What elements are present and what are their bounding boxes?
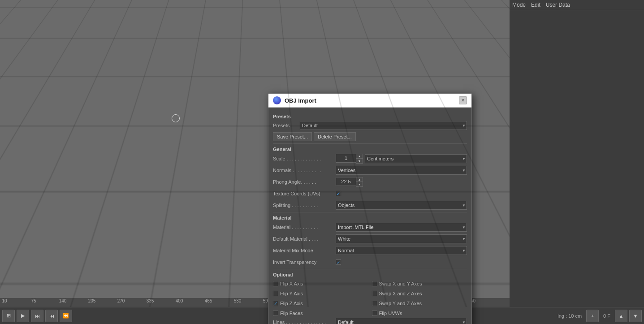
ruler-label-6: 400 <box>176 298 183 303</box>
toolbar-btn-7[interactable]: ▲ <box>615 310 627 322</box>
toolbar-btn-4[interactable]: ⏮ <box>45 310 58 322</box>
scale-control: ▲ ▼ Centimeters ▼ <box>336 154 467 164</box>
ruler-label-1: 75 <box>31 298 36 303</box>
flip-x-label: Flip X Axis <box>280 281 303 286</box>
right-panel-menu: Mode Edit User Data <box>510 0 644 10</box>
phong-spin-up[interactable]: ▲ <box>356 177 363 182</box>
swap-yz-label: Swap Y and Z Axes <box>379 301 422 306</box>
swap-xy-label: Swap X and Y Axes <box>379 281 422 286</box>
flip-faces-row: Flip Faces <box>273 309 368 318</box>
toolbar-btn-2[interactable]: ▶ <box>17 310 29 322</box>
viewport-circle <box>172 114 180 122</box>
invert-transparency-label: Invert Transparency <box>273 259 336 265</box>
dialog-title-icon <box>273 96 281 104</box>
ruler-label-3: 205 <box>88 298 96 303</box>
scale-spinners: ▲ ▼ <box>356 154 363 164</box>
scale-spin-down[interactable]: ▼ <box>356 159 363 163</box>
dialog-body: Presets Presets Default ▼ Save Preset...… <box>268 108 471 324</box>
material-mix-label: Material Mix Mode <box>273 248 336 253</box>
right-panel-menu-userdata[interactable]: User Data <box>546 2 570 8</box>
material-select[interactable]: Import .MTL File <box>336 223 467 232</box>
phong-angle-input[interactable] <box>336 177 356 186</box>
splitting-row: Splitting . . . . . . . . . . Objects ▼ <box>273 200 467 210</box>
flip-x-checkbox[interactable] <box>273 281 278 286</box>
lines-wrapper: Default ▼ <box>336 318 467 324</box>
flip-uvws-checkbox[interactable] <box>372 311 377 316</box>
material-label: Material . . . . . . . . . . <box>273 225 336 230</box>
presets-row: Presets Default ▼ <box>273 121 467 130</box>
section-header-material: Material <box>273 215 467 220</box>
flip-z-label: Flip Z Axis <box>280 301 303 306</box>
scale-spin-up[interactable]: ▲ <box>356 154 363 159</box>
texture-coords-label: Texture Coords (UVs) <box>273 191 336 196</box>
normals-wrapper: Vertices ▼ <box>336 166 467 175</box>
lines-row: Lines . . . . . . . . . . . . . . . Defa… <box>273 318 467 324</box>
phong-angle-row: Phong Angle. . . . . . . ▲ ▼ <box>273 177 467 187</box>
section-header-presets: Presets <box>273 114 467 119</box>
lines-select[interactable]: Default <box>336 318 467 324</box>
material-mix-wrapper: Normal ▼ <box>336 246 467 255</box>
presets-label: Presets <box>273 123 300 128</box>
swap-xy-checkbox[interactable] <box>372 281 377 286</box>
ruler-label-5: 335 <box>147 298 154 303</box>
swap-yz-checkbox[interactable] <box>372 301 377 306</box>
flip-z-checkbox[interactable]: ✓ <box>273 301 278 306</box>
texture-coords-checkbox[interactable]: ✓ <box>336 191 341 196</box>
material-mix-select[interactable]: Normal <box>336 246 467 255</box>
flip-x-row: Flip X Axis <box>273 279 368 288</box>
frame-label: 0 F <box>601 313 613 319</box>
toolbar-btn-3[interactable]: ⏭ <box>31 310 43 322</box>
flip-z-row: ✓ Flip Z Axis <box>273 299 368 308</box>
flip-faces-checkbox[interactable] <box>273 311 278 316</box>
splitting-select[interactable]: Objects <box>336 201 467 210</box>
save-preset-button[interactable]: Save Preset... <box>273 132 312 141</box>
delete-preset-button[interactable]: Delete Preset... <box>314 132 356 141</box>
toolbar-btn-8[interactable]: ▼ <box>629 310 642 322</box>
toolbar-btn-6[interactable]: + <box>586 310 599 322</box>
dialog-close-button[interactable]: × <box>459 96 467 104</box>
scale-unit-select[interactable]: Centimeters <box>365 154 467 163</box>
normals-select[interactable]: Vertices <box>336 166 467 175</box>
flip-y-row: Flip Y Axis <box>273 289 368 298</box>
ruler-label-0: 10 <box>2 298 7 303</box>
flip-uvws-row: Flip UVWs <box>372 309 467 318</box>
ruler-label-2: 140 <box>59 298 67 303</box>
dialog-title: OBJ Import <box>285 97 455 104</box>
splitting-wrapper: Objects ▼ <box>336 201 467 210</box>
right-panel-menu-edit[interactable]: Edit <box>531 2 540 8</box>
optional-grid: Flip X Axis Swap X and Y Axes Flip Y Axi… <box>273 279 467 318</box>
ruler-label-4: 270 <box>117 298 125 303</box>
invert-transparency-row: Invert Transparency ✓ <box>273 257 467 267</box>
toolbar-btn-5[interactable]: ⏪ <box>60 310 72 322</box>
flip-y-checkbox[interactable] <box>273 291 278 296</box>
scale-unit-wrapper: Centimeters ▼ <box>365 154 467 163</box>
toolbar-btn-1[interactable]: ⊞ <box>2 310 15 322</box>
invert-transparency-checkbox[interactable]: ✓ <box>336 259 341 265</box>
default-material-label: Default Material . . . . <box>273 236 336 242</box>
section-header-general: General <box>273 147 467 152</box>
ruler-label-7: 465 <box>205 298 212 303</box>
presets-select-wrapper: Default ▼ <box>300 121 467 130</box>
preset-buttons-row: Save Preset... Delete Preset... <box>273 132 467 142</box>
phong-angle-spinners: ▲ ▼ <box>356 177 363 187</box>
scale-input[interactable] <box>336 154 356 163</box>
normals-label: Normals . . . . . . . . . . . <box>273 168 336 173</box>
swap-xz-label: Swap X and Z Axes <box>379 291 422 296</box>
grid-label: ing : 10 cm <box>555 313 584 319</box>
material-row: Material . . . . . . . . . . Import .MTL… <box>273 222 467 232</box>
presets-select[interactable]: Default <box>300 121 467 130</box>
normals-row: Normals . . . . . . . . . . . Vertices ▼ <box>273 165 467 175</box>
scale-label: Scale . . . . . . . . . . . . . <box>273 156 336 161</box>
phong-angle-label: Phong Angle. . . . . . . <box>273 179 336 185</box>
swap-xy-row: Swap X and Y Axes <box>372 279 467 288</box>
right-panel-menu-mode[interactable]: Mode <box>512 2 526 8</box>
section-header-optional: Optional <box>273 272 467 277</box>
dialog-titlebar: OBJ Import × <box>268 94 471 108</box>
ruler-label-8: 530 <box>234 298 242 303</box>
phong-spin-down[interactable]: ▼ <box>356 182 363 186</box>
default-material-wrapper: White ▼ <box>336 234 467 243</box>
scale-row: Scale . . . . . . . . . . . . . ▲ ▼ Cent… <box>273 154 467 164</box>
right-panel: Mode Edit User Data <box>510 0 644 307</box>
swap-xz-checkbox[interactable] <box>372 291 377 296</box>
default-material-select[interactable]: White <box>336 234 467 243</box>
